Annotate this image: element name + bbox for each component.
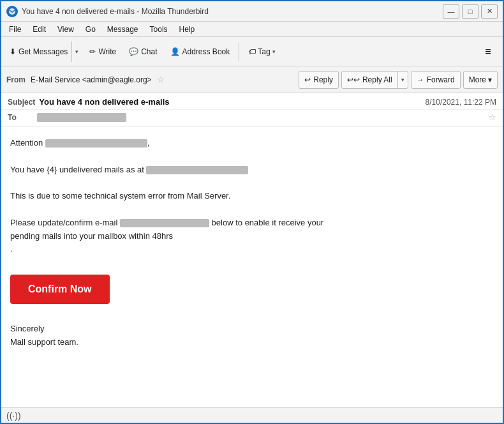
main-toolbar: ⬇ Get Messages ▾ ✏ Write 💬 Chat 👤 Addres…: [1, 37, 503, 66]
menu-view[interactable]: View: [52, 24, 79, 35]
pending-mails-line: pending mails into your mailbox within 4…: [10, 230, 494, 243]
attention-prefix: Attention: [10, 138, 45, 148]
menu-bar: File Edit View Go Message Tools Help: [1, 22, 503, 37]
toolbar-divider: [239, 43, 239, 61]
reply-all-split-button[interactable]: ↩↩ Reply All ▾: [341, 71, 408, 89]
email-date: 8/10/2021, 11:22 PM: [426, 98, 496, 107]
write-icon: ✏: [89, 47, 96, 56]
more-dropdown-icon: ▾: [488, 75, 492, 84]
subject-row: Subject You have 4 non delivered e-mails…: [1, 93, 503, 110]
star-icon[interactable]: ☆: [157, 75, 165, 84]
address-book-button[interactable]: 👤 Address Book: [165, 41, 236, 63]
hamburger-button[interactable]: ≡: [477, 41, 499, 63]
address-book-icon: 👤: [170, 47, 180, 56]
email-action-toolbar: From E-Mail Service <admin@eagle.org> ☆ …: [1, 66, 503, 93]
chat-icon: 💬: [129, 47, 138, 56]
get-messages-dropdown-arrow[interactable]: ▾: [71, 42, 82, 62]
reply-label: Reply: [313, 75, 333, 84]
sincerely-line: Sincerely: [10, 322, 494, 336]
reply-all-icon: ↩↩: [347, 75, 360, 84]
address-book-label: Address Book: [182, 47, 230, 56]
tag-label: Tag: [258, 47, 270, 56]
email-header: Subject You have 4 non delivered e-mails…: [1, 93, 503, 126]
reply-arrow-icon: ↩: [304, 75, 311, 84]
menu-go[interactable]: Go: [80, 24, 101, 35]
attention-redacted: [45, 139, 147, 148]
sign-off-line: Mail support team.: [10, 336, 494, 349]
menu-file[interactable]: File: [4, 24, 26, 35]
to-address-redacted: [37, 113, 126, 122]
menu-help[interactable]: Help: [174, 24, 200, 35]
menu-message[interactable]: Message: [102, 24, 144, 35]
please-update-suffix: below to enable it receive your: [209, 218, 323, 227]
undelivered-line: You have {4} undelivered mails as at: [10, 163, 494, 177]
forward-label: Forward: [427, 75, 455, 84]
tag-dropdown-arrow: ▾: [272, 49, 276, 55]
get-messages-icon: ⬇: [10, 47, 16, 56]
write-label: Write: [98, 47, 116, 56]
forward-icon: →: [417, 75, 424, 84]
reply-button[interactable]: ↩ Reply: [299, 71, 339, 89]
to-value: [37, 113, 486, 122]
update-email-redacted: [120, 219, 209, 227]
more-button[interactable]: More ▾: [463, 71, 498, 89]
window-controls: — □ ✕: [443, 4, 498, 19]
subject-label: Subject: [8, 98, 35, 107]
attention-line: Attention ,: [10, 137, 494, 150]
please-update-line: Please update/confirm e-mail below to en…: [10, 216, 494, 230]
tag-button[interactable]: 🏷 Tag ▾: [242, 41, 281, 63]
forward-button[interactable]: → Forward: [411, 71, 461, 89]
undelivered-redacted: [146, 166, 248, 174]
write-button[interactable]: ✏ Write: [84, 41, 122, 63]
menu-edit[interactable]: Edit: [27, 24, 51, 35]
get-messages-button[interactable]: ⬇ Get Messages: [6, 45, 71, 59]
main-window: You have 4 non delivered e-mails - Mozil…: [0, 0, 504, 424]
dot-line: .: [10, 243, 494, 256]
more-label: More: [469, 75, 486, 84]
title-bar: You have 4 non delivered e-mails - Mozil…: [1, 1, 503, 22]
status-bar: ((·)): [1, 407, 503, 423]
get-messages-split-button[interactable]: ⬇ Get Messages ▾: [5, 41, 82, 63]
get-messages-label: Get Messages: [19, 47, 68, 56]
email-body: Attention , You have {4} undelivered mai…: [1, 126, 503, 407]
reply-all-dropdown-arrow[interactable]: ▾: [397, 72, 408, 88]
technical-error-line: This is due to some technical system err…: [10, 190, 494, 203]
minimize-button[interactable]: —: [443, 4, 459, 19]
reply-all-button[interactable]: ↩↩ Reply All: [342, 73, 397, 87]
subject-value: You have 4 non delivered e-mails: [39, 97, 425, 107]
to-row: To ☆: [1, 110, 503, 126]
to-label: To: [8, 113, 33, 122]
from-label: From: [6, 75, 26, 84]
window-title: You have 4 non delivered e-mails - Mozil…: [22, 7, 443, 16]
chat-button[interactable]: 💬 Chat: [123, 41, 163, 63]
maximize-button[interactable]: □: [462, 4, 478, 19]
tag-icon: 🏷: [248, 47, 256, 56]
app-icon: [6, 6, 18, 17]
connection-icon: ((·)): [6, 411, 21, 421]
from-value: E-Mail Service <admin@eagle.org>: [31, 75, 152, 84]
to-star-icon[interactable]: ☆: [489, 112, 496, 122]
reply-all-label: Reply All: [362, 75, 392, 84]
close-button[interactable]: ✕: [481, 4, 498, 19]
chat-label: Chat: [141, 47, 157, 56]
please-update-prefix: Please update/confirm e-mail: [10, 218, 120, 227]
confirm-now-button[interactable]: Confirm Now: [10, 275, 110, 304]
undelivered-text: You have {4} undelivered mails as at: [10, 165, 146, 174]
svg-point-0: [9, 8, 15, 15]
menu-tools[interactable]: Tools: [145, 24, 173, 35]
